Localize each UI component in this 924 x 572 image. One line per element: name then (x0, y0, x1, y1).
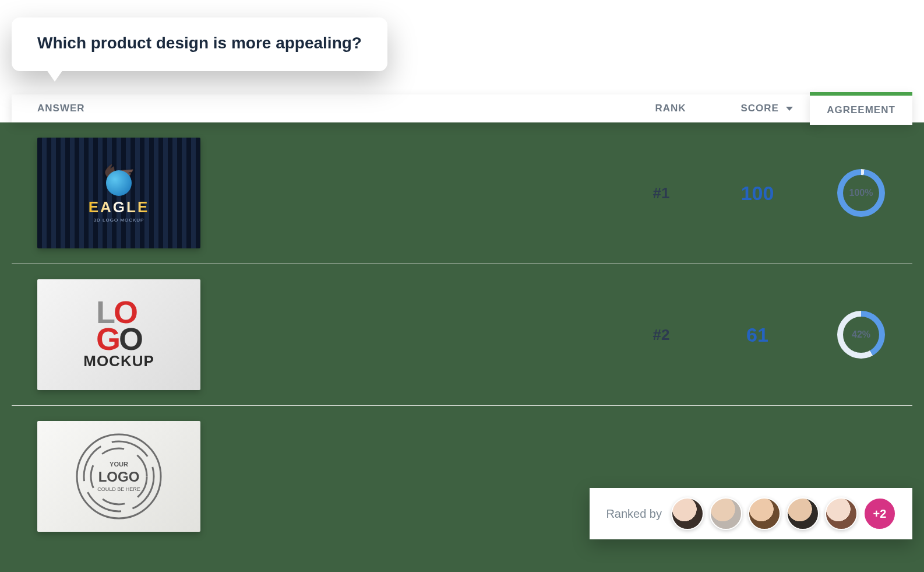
column-header-agreement-chip[interactable]: AGREEMENT (810, 92, 912, 125)
column-header-rank[interactable]: RANK (627, 103, 714, 114)
avatar[interactable] (787, 497, 819, 530)
table-row[interactable]: 🦅 EAGLE 3D LOGO MOCKUP #1 100 100% (12, 122, 912, 264)
logo-line-2: MOCKUP (83, 352, 154, 370)
table-row[interactable]: LOGO MOCKUP #2 61 42% (12, 264, 912, 406)
logo-line-1: LOGO (96, 299, 142, 353)
globe-icon (106, 170, 132, 196)
column-header-answer[interactable]: ANSWER (12, 103, 627, 114)
avatar-more-count: +2 (873, 507, 887, 521)
answer-thumbnail[interactable]: LOGO MOCKUP (37, 279, 200, 390)
rank-value: #1 (618, 184, 705, 202)
svg-text:YOUR: YOUR (110, 461, 128, 468)
svg-text:COULD BE HERE: COULD BE HERE (97, 486, 140, 492)
agreement-ring: 42% (837, 311, 885, 359)
avatar[interactable] (748, 497, 781, 530)
circular-logo-icon: YOUR LOGO COULD BE HERE (69, 427, 168, 526)
eagle-subtext: 3D LOGO MOCKUP (94, 217, 144, 223)
eagle-brand-text: EAGLE (89, 198, 150, 216)
table-header: ANSWER RANK SCORE (12, 94, 819, 122)
sort-caret-down-icon (786, 107, 793, 111)
avatar[interactable] (710, 497, 742, 530)
column-header-score[interactable]: SCORE (714, 103, 819, 114)
score-value: 61 (705, 324, 810, 346)
agreement-value: 100% (849, 188, 873, 198)
rank-value: #2 (618, 326, 705, 344)
answer-thumbnail[interactable]: 🦅 EAGLE 3D LOGO MOCKUP (37, 138, 200, 248)
column-header-score-label: SCORE (740, 103, 778, 114)
ranked-by-panel: Ranked by +2 (590, 488, 912, 539)
score-value: 100 (705, 182, 810, 205)
avatar[interactable] (825, 497, 858, 530)
results-list: 🦅 EAGLE 3D LOGO MOCKUP #1 100 100% LOGO … (12, 122, 912, 547)
column-header-agreement: AGREEMENT (827, 104, 895, 116)
avatar[interactable] (671, 497, 704, 530)
question-bubble: Which product design is more appealing? (12, 17, 387, 71)
question-text: Which product design is more appealing? (37, 34, 362, 52)
svg-text:LOGO: LOGO (98, 469, 140, 485)
agreement-value: 42% (852, 329, 870, 340)
agreement-ring: 100% (837, 169, 885, 217)
ranked-by-label: Ranked by (606, 507, 662, 521)
avatar-more-button[interactable]: +2 (863, 497, 896, 530)
answer-thumbnail[interactable]: YOUR LOGO COULD BE HERE (37, 421, 200, 532)
